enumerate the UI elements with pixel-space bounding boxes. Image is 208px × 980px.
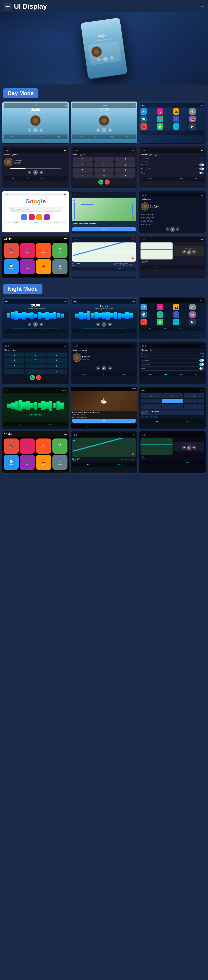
day-play-1[interactable]: ▶: [33, 128, 38, 132]
day-prev-1[interactable]: ⏮: [28, 128, 32, 132]
night-app-video[interactable]: ▶: [189, 319, 196, 325]
dial-7[interactable]: 7: [72, 168, 93, 173]
nav-ctrl-3[interactable]: ●●: [150, 415, 153, 418]
night-app-messages[interactable]: ✉: [140, 304, 147, 310]
night-cp-phone[interactable]: 📞Phone: [4, 439, 19, 453]
dial-6[interactable]: 6: [115, 162, 136, 167]
cp-podcasts[interactable]: 🎙Podcasts: [36, 243, 51, 258]
app-icon-photos[interactable]: 📷: [173, 108, 180, 115]
app-icon-browser[interactable]: 🌐: [173, 123, 180, 130]
night-cp-spotify[interactable]: 🎧Spotify: [20, 455, 35, 470]
night-dial-8[interactable]: 8: [25, 364, 46, 368]
app-icon-messages[interactable]: ✉: [140, 108, 147, 115]
local-song-1[interactable]: 华东_好听.mp4: [141, 213, 204, 216]
wave-btn-1[interactable]: ●●●: [29, 414, 33, 416]
night-app-music[interactable]: ♫: [157, 304, 163, 310]
night-np-next[interactable]: ⏭: [192, 445, 196, 449]
auto-connect-toggle[interactable]: [199, 167, 204, 170]
night-flower-toggle[interactable]: [199, 367, 204, 370]
night-app-radio[interactable]: 📻: [189, 312, 196, 318]
local-song-3[interactable]: 华东_好听_0.mp4: [141, 220, 204, 223]
dial-4[interactable]: 4: [72, 162, 93, 167]
night-app-wechat[interactable]: 💬: [140, 312, 147, 318]
nav-ctrl-4[interactable]: ●●: [154, 415, 158, 418]
google-search-bar[interactable]: 🔍 Search or type URL: [9, 207, 62, 212]
nav-ctrl-1[interactable]: ●●: [140, 415, 144, 418]
np-next[interactable]: ⏭: [192, 250, 196, 254]
day-next-2[interactable]: ⏭: [108, 128, 112, 132]
app-icon-bt[interactable]: 🔵: [173, 116, 180, 122]
dial-1[interactable]: 1: [72, 157, 93, 162]
google-maps-app[interactable]: [21, 214, 27, 220]
night-bt-play[interactable]: ▶: [102, 366, 106, 371]
google-video-app[interactable]: [36, 214, 42, 220]
call-accept-btn[interactable]: 📞: [98, 180, 103, 185]
app-icon-music[interactable]: ♫: [157, 108, 163, 115]
day-pause-2[interactable]: ⏸: [102, 128, 106, 132]
night-next-1[interactable]: ⏭: [39, 323, 43, 326]
cp-messages[interactable]: 💬Messages: [4, 259, 19, 274]
night-bt-prev[interactable]: ⏮: [96, 366, 100, 370]
nav-down-right[interactable]: ↘: [184, 404, 204, 409]
google-music-app[interactable]: [28, 214, 35, 220]
night-dial-0[interactable]: 0: [25, 369, 46, 374]
flower-toggle[interactable]: [199, 172, 204, 174]
dial-3[interactable]: 3: [115, 157, 136, 162]
nav-left[interactable]: ←: [140, 399, 161, 403]
night-auto-connect-toggle[interactable]: [199, 363, 204, 366]
night-dial-3[interactable]: 3: [46, 353, 67, 357]
night-cp-waze[interactable]: 🚗Waze: [36, 455, 51, 470]
hero-next-btn[interactable]: ⏭: [110, 55, 114, 60]
nav-up-left[interactable]: ↖: [140, 393, 161, 398]
bt-prev[interactable]: ⏮: [28, 170, 32, 174]
night-next-2[interactable]: ⏭: [108, 323, 112, 326]
dial-0[interactable]: 0: [94, 173, 114, 178]
nav-ctrl-2[interactable]: ●●: [145, 415, 149, 418]
night-app-settings[interactable]: ⚙: [189, 304, 196, 310]
night-dial-5[interactable]: 5: [25, 358, 46, 363]
night-dial-star[interactable]: *: [4, 369, 24, 374]
nav-down[interactable]: ↓: [162, 404, 183, 409]
night-cp-maps[interactable]: 🗺Maps: [52, 439, 68, 453]
night-app-browser[interactable]: 🌐: [173, 319, 180, 325]
night-np-play[interactable]: ▶: [187, 445, 191, 450]
night-np-prev[interactable]: ⏮: [182, 445, 186, 449]
hero-pause-btn[interactable]: ⏸: [103, 56, 108, 62]
night-cp-settings[interactable]: ⚙Settings: [52, 455, 68, 470]
dial-2[interactable]: 2: [94, 157, 114, 162]
bt-play[interactable]: ▶: [33, 170, 38, 175]
app-icon-wechat[interactable]: 💬: [140, 116, 147, 122]
night-bt-next[interactable]: ⏭: [108, 366, 112, 370]
cp-phone[interactable]: 📞Phone: [4, 243, 19, 258]
hero-prev-btn[interactable]: ⏮: [96, 57, 101, 62]
cp-spotify[interactable]: 🎧Spotify: [20, 259, 35, 274]
nav-go-btn[interactable]: GO: [72, 228, 136, 231]
day-prev-2[interactable]: ⏮: [96, 128, 100, 132]
dial-8[interactable]: 8: [94, 168, 114, 173]
night-call-accept[interactable]: 📞: [30, 375, 35, 380]
app-icon-video[interactable]: ▶: [189, 123, 196, 130]
cp-settings[interactable]: ⚙Settings: [52, 259, 68, 274]
social-play[interactable]: ▶: [170, 227, 175, 232]
nav-up-right[interactable]: ↗: [184, 393, 204, 398]
auto-answer-toggle[interactable]: [199, 164, 204, 166]
night-cp-music[interactable]: 🎵Music: [20, 439, 35, 453]
wave-btn-2[interactable]: ●●●: [33, 414, 38, 416]
night-call-reject[interactable]: 🚫: [36, 375, 41, 380]
app-icon-radio[interactable]: 📻: [189, 116, 196, 122]
dial-9[interactable]: 9: [115, 168, 136, 173]
cp-maps[interactable]: 🗺Maps: [52, 243, 68, 258]
hamburger-icon[interactable]: [4, 3, 11, 10]
night-dial-2[interactable]: 2: [25, 353, 46, 357]
cp-music[interactable]: 🎵Music: [20, 243, 35, 258]
social-next[interactable]: ⏭: [176, 227, 180, 231]
night-prev-2[interactable]: ⏮: [96, 323, 100, 326]
wave-btn-3[interactable]: ●●●: [38, 414, 42, 416]
np-prev[interactable]: ⏮: [182, 250, 186, 254]
cp-waze[interactable]: 🚗Waze: [36, 259, 51, 274]
night-prev-1[interactable]: ⏮: [28, 323, 32, 326]
app-icon-phone[interactable]: 📞: [140, 123, 147, 130]
night-play-1[interactable]: ▶: [33, 322, 38, 327]
night-app-files[interactable]: 📁: [157, 319, 163, 325]
night-dial-9[interactable]: 9: [46, 364, 67, 368]
